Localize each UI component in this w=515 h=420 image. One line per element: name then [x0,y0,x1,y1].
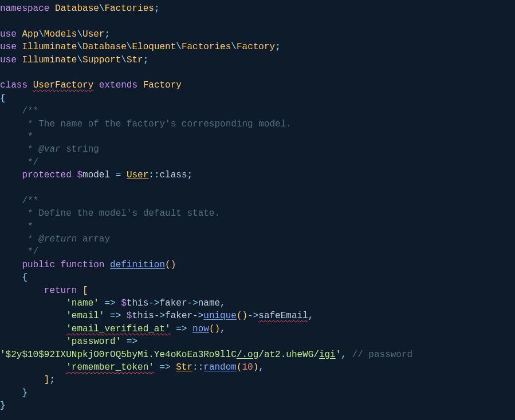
docblock: /** [22,196,38,206]
keyword-use: use [0,29,17,39]
array-key-name: 'name' [66,298,99,308]
method-definition: definition [110,260,165,270]
namespace-path: Database [55,3,99,14]
array-key-email-verified: 'email_verified_at' [66,324,170,334]
array-key-remember-token: 'remember_token' [66,362,154,373]
keyword-namespace: namespace [0,3,49,14]
array-key-email: 'email' [66,311,104,321]
keyword-class: class [0,80,27,90]
property-model: model [82,170,110,180]
inline-comment: // password [352,350,413,360]
array-key-password: 'password' [66,336,121,347]
class-name: UserFactory [33,80,94,90]
code-editor[interactable]: namespace Database\Factories; use App\Mo… [0,2,515,413]
docblock: /** [22,106,38,116]
password-hash-string: '$2y$10$92IXUNpkjO0rOQ5byMi.Ye4oKoEa3Ro9… [0,350,237,360]
